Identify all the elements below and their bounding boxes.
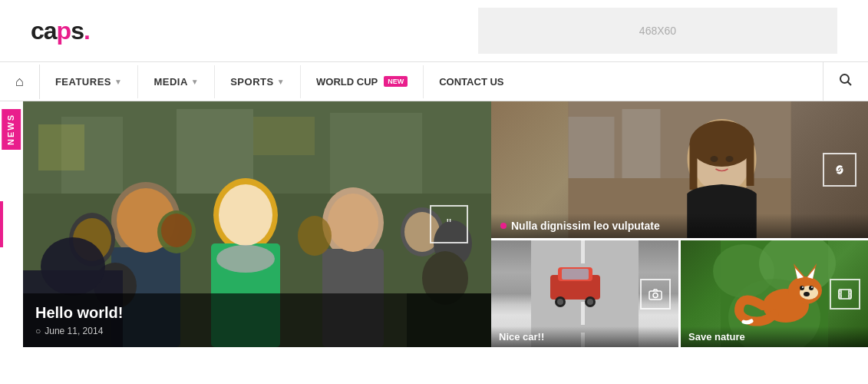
nav-item-features[interactable]: FEATURES ▼ (40, 65, 139, 98)
nav-media-label: MEDIA (153, 76, 187, 88)
logo-text-s: s (71, 17, 84, 45)
nav-item-contact-us[interactable]: CONTACT US (424, 65, 519, 98)
svg-rect-36 (622, 109, 661, 178)
right-panel: Nulla dignissim leo vulputate (491, 101, 868, 347)
car-caption: Nice car!! (491, 326, 678, 347)
svg-point-73 (809, 286, 814, 290)
site-logo[interactable]: caps. (31, 17, 90, 45)
right-top-article[interactable]: Nulla dignissim leo vulputate (491, 101, 868, 238)
svg-rect-42 (747, 144, 754, 186)
svg-point-13 (216, 245, 275, 273)
sports-arrow-icon: ▼ (277, 78, 285, 86)
quote-icon-button[interactable]: " (430, 205, 468, 243)
right-top-caption: Nulla dignissim leo vulputate (491, 214, 868, 238)
main-article-title: Hello world! (35, 304, 479, 322)
svg-point-57 (587, 299, 593, 305)
svg-rect-58 (562, 269, 589, 280)
svg-rect-35 (569, 117, 615, 178)
right-bottom-row: Nice car!! (491, 238, 868, 347)
svg-point-76 (804, 292, 810, 296)
svg-point-22 (298, 216, 332, 256)
ad-banner: 468X60 (478, 8, 837, 54)
nature-caption: Save nature (681, 326, 868, 347)
logo-text-ca: ca (31, 17, 57, 45)
nav-item-sports[interactable]: SPORTS ▼ (215, 65, 301, 98)
quote-symbol: " (447, 217, 451, 231)
svg-point-16 (328, 194, 378, 252)
svg-point-40 (690, 121, 754, 167)
svg-point-12 (219, 184, 272, 246)
nav-item-world-cup[interactable]: WORLD CUP NEW (301, 65, 424, 98)
dot-indicator (500, 223, 507, 229)
nav-sports-label: SPORTS (230, 76, 273, 88)
svg-point-56 (557, 299, 563, 305)
svg-rect-6 (330, 113, 422, 194)
nav-features-label: FEATURES (55, 76, 111, 88)
header: caps. 468X60 (0, 0, 868, 61)
svg-point-0 (840, 74, 849, 83)
car-caption-text: Nice car!! (499, 331, 544, 343)
main-article-date: ○ June 11, 2014 (35, 326, 479, 336)
content-area: NEWS (0, 101, 868, 347)
nav-home-button[interactable]: ⌂ (0, 65, 40, 99)
news-category-tag: NEWS (2, 109, 21, 150)
svg-point-43 (711, 156, 718, 162)
navbar: ⌂ FEATURES ▼ MEDIA ▼ SPORTS ▼ WORLD CUP … (0, 61, 868, 101)
main-article-image[interactable]: " Hello world! ○ June 11, 2014 (23, 101, 491, 347)
nav-search-button[interactable] (823, 62, 868, 101)
svg-point-72 (800, 286, 804, 290)
svg-point-44 (726, 156, 734, 162)
scroll-indicator (0, 201, 3, 247)
nav-worldcup-label: WORLD CUP (316, 76, 378, 88)
right-top-caption-text: Nulla dignissim leo vulputate (511, 220, 660, 232)
news-side-tag-container: NEWS (0, 101, 23, 347)
camera-icon-button[interactable] (640, 279, 671, 310)
svg-rect-59 (649, 291, 662, 300)
svg-rect-30 (38, 124, 84, 170)
svg-point-74 (802, 286, 804, 288)
main-article-caption: Hello world! ○ June 11, 2014 (23, 293, 491, 347)
media-arrow-icon: ▼ (191, 78, 199, 86)
nature-caption-text: Save nature (688, 331, 745, 343)
svg-point-28 (41, 237, 105, 296)
logo-text-p: p (57, 17, 71, 45)
right-bottom-nature[interactable]: Save nature (678, 240, 868, 347)
svg-point-75 (811, 286, 813, 288)
link-icon-button[interactable] (823, 153, 856, 187)
svg-line-1 (848, 82, 852, 86)
link-symbol (833, 163, 847, 177)
ad-banner-label: 468X60 (639, 25, 676, 37)
svg-line-45 (838, 168, 841, 171)
svg-rect-50 (581, 302, 585, 325)
svg-rect-41 (690, 144, 698, 190)
svg-rect-31 (253, 117, 315, 155)
film-icon (838, 288, 852, 300)
svg-point-60 (653, 293, 658, 297)
nav-item-media[interactable]: MEDIA ▼ (138, 65, 215, 98)
nav-contact-label: CONTACT US (439, 76, 503, 88)
film-icon-button[interactable] (830, 279, 860, 310)
features-arrow-icon: ▼ (114, 78, 122, 86)
right-bottom-car[interactable]: Nice car!! (491, 240, 678, 347)
main-article-date-text: June 11, 2014 (45, 326, 103, 336)
svg-point-24 (161, 214, 192, 247)
logo-dot: . (84, 17, 90, 45)
clock-icon: ○ (35, 326, 41, 336)
svg-rect-48 (581, 240, 585, 263)
world-cup-badge: NEW (384, 76, 408, 87)
camera-icon (649, 288, 662, 300)
search-icon (839, 73, 853, 87)
